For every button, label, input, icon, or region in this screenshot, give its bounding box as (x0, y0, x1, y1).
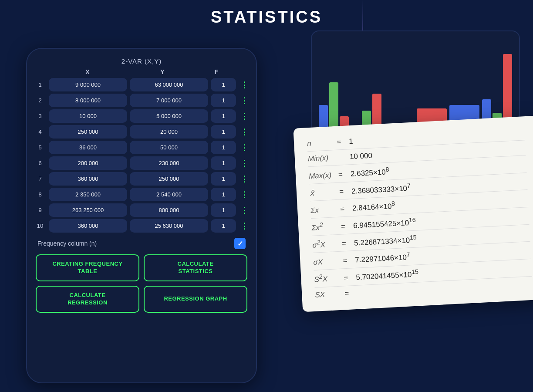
cell-y[interactable] (130, 109, 208, 123)
stat-value-sumx: 2.84164×108 (352, 200, 395, 213)
cell-y[interactable] (130, 203, 208, 217)
row-menu-btn[interactable]: ⋮ (239, 96, 249, 105)
stat-value-sumx2: 6.945155425×1016 (353, 216, 416, 230)
stat-value-maxx: 2.6325×108 (350, 166, 389, 179)
row-menu-btn[interactable]: ⋮ (239, 221, 249, 231)
stat-label-sigma2x: σ2X (312, 238, 339, 250)
action-buttons: CREATING FREQUENCYTABLE CALCULATESTATIST… (34, 254, 249, 313)
row-num: 7 (34, 176, 46, 182)
cell-y[interactable] (130, 156, 208, 170)
row-num: 10 (34, 223, 46, 229)
stat-label-sigmax: σX (313, 257, 340, 267)
cell-x[interactable] (49, 203, 127, 217)
table-row: 9 ⋮ (34, 203, 249, 217)
cell-f[interactable] (211, 125, 236, 139)
cell-x[interactable] (49, 172, 127, 186)
stat-label-minx: Min(x) (308, 153, 334, 163)
stat-value-n: 1 (349, 137, 354, 146)
stat-label-s2x: S2X (314, 272, 341, 284)
col-y: Y (126, 68, 199, 75)
stat-value-sigmax: 7.22971046×107 (355, 251, 411, 265)
table-row: 1 ⋮ (34, 78, 249, 91)
btn-regression-graph[interactable]: REGRESSION GRAPH (144, 286, 247, 313)
cell-f[interactable] (211, 172, 236, 186)
column-headers: X Y F (34, 68, 249, 75)
btn-calculate-statistics[interactable]: CALCULATESTATISTICS (144, 254, 247, 281)
cell-y[interactable] (130, 188, 208, 201)
col-x: X (51, 68, 124, 75)
row-menu-btn[interactable]: ⋮ (239, 159, 249, 168)
data-rows: 1 ⋮ 2 ⋮ 3 ⋮ 4 ⋮ 5 ⋮ 6 ⋮ 7 (34, 78, 249, 233)
table-row: 2 ⋮ (34, 94, 249, 107)
table-row: 5 ⋮ (34, 141, 249, 154)
row-num: 9 (34, 207, 46, 213)
cell-f[interactable] (211, 94, 236, 107)
cell-x[interactable] (49, 141, 127, 154)
cell-y[interactable] (130, 172, 208, 186)
col-f: F (201, 68, 232, 75)
cell-f[interactable] (211, 188, 236, 201)
col-dots (234, 68, 247, 75)
row-num: 1 (34, 81, 46, 88)
calculator-panel: 2-VAR (X,Y) X Y F 1 ⋮ 2 ⋮ 3 ⋮ 4 ⋮ 5 ⋮ (26, 48, 257, 383)
cell-f[interactable] (211, 219, 236, 233)
stat-value-minx: 10 000 (349, 152, 372, 162)
row-menu-btn[interactable]: ⋮ (239, 80, 249, 90)
table-row: 10 ⋮ (34, 219, 249, 233)
stat-value-sigma2x: 5.226871334×1015 (354, 233, 417, 247)
freq-col-row: Frequency column (n) (34, 233, 249, 253)
table-row: 4 ⋮ (34, 125, 249, 139)
cell-f[interactable] (211, 141, 236, 154)
stat-label-n: n (307, 138, 334, 148)
cell-y[interactable] (130, 78, 208, 91)
btn-creating-freq-table[interactable]: CREATING FREQUENCYTABLE (36, 254, 139, 281)
cell-y[interactable] (130, 219, 208, 233)
row-menu-btn[interactable]: ⋮ (239, 190, 249, 199)
cell-y[interactable] (130, 94, 208, 107)
stat-value-xbar: 2.368033333×107 (351, 182, 411, 196)
stat-label-xbar: x̄ (310, 187, 336, 198)
row-menu-btn[interactable]: ⋮ (239, 206, 249, 215)
row-num: 5 (34, 144, 46, 151)
row-menu-btn[interactable]: ⋮ (239, 143, 249, 152)
cell-x[interactable] (49, 78, 127, 91)
table-header: 2-VAR (X,Y) (34, 57, 249, 65)
stat-label-maxx: Max(x) (309, 171, 335, 181)
freq-checkbox[interactable] (234, 238, 246, 249)
cell-x[interactable] (49, 125, 127, 139)
cell-y[interactable] (130, 141, 208, 154)
cell-f[interactable] (211, 156, 236, 170)
cell-x[interactable] (49, 94, 127, 107)
row-menu-btn[interactable]: ⋮ (239, 174, 249, 184)
cell-x[interactable] (49, 188, 127, 201)
table-row: 6 ⋮ (34, 156, 249, 170)
row-menu-btn[interactable]: ⋮ (239, 127, 249, 137)
row-num: 2 (34, 97, 46, 104)
btn-calculate-regression[interactable]: CALCULATEREGRESSION (36, 286, 139, 313)
row-menu-btn[interactable]: ⋮ (239, 112, 249, 121)
stat-label-sumx: Σx (310, 205, 337, 215)
col-num (36, 68, 49, 75)
stats-paper: n = 1 Min(x) 10 000 Max(x) = 2.6325×108 … (293, 116, 533, 312)
cell-x[interactable] (49, 219, 127, 233)
cell-f[interactable] (211, 203, 236, 217)
row-num: 3 (34, 113, 46, 119)
row-num: 4 (34, 128, 46, 135)
table-row: 8 ⋮ (34, 188, 249, 201)
row-num: 8 (34, 191, 46, 198)
cell-y[interactable] (130, 125, 208, 139)
freq-col-label: Frequency column (n) (37, 240, 97, 247)
stat-value-s2x: 5.702041455×1015 (356, 268, 419, 282)
row-num: 6 (34, 160, 46, 166)
cell-x[interactable] (49, 156, 127, 170)
stat-label-sx: SX (315, 289, 341, 299)
page-title: STATISTICS (211, 8, 322, 27)
cell-x[interactable] (49, 109, 127, 123)
table-row: 7 ⋮ (34, 172, 249, 186)
cell-f[interactable] (211, 78, 236, 91)
stat-label-sumx2: Σx2 (311, 220, 338, 233)
cell-f[interactable] (211, 109, 236, 123)
table-row: 3 ⋮ (34, 109, 249, 123)
